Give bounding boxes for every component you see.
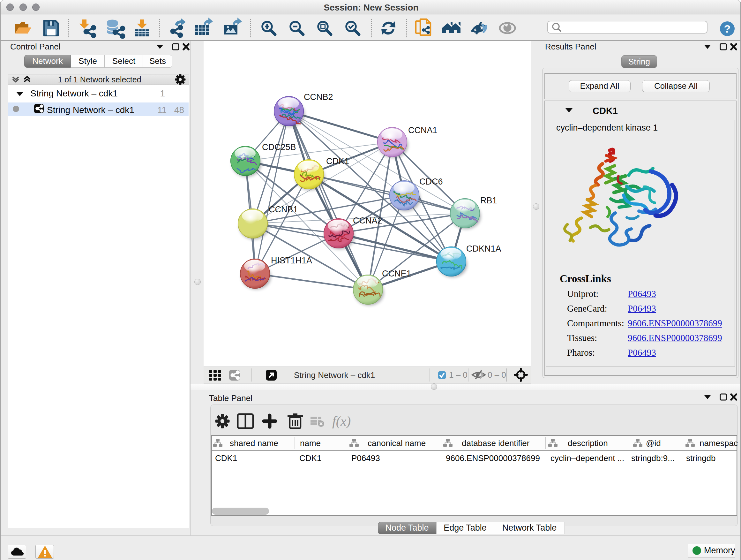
svg-text:1 – 0: 1 – 0 xyxy=(449,370,468,380)
svg-text:CCNB1: CCNB1 xyxy=(269,205,298,214)
svg-text:CDKN1A: CDKN1A xyxy=(466,244,501,253)
svg-text:0 – 0: 0 – 0 xyxy=(488,370,506,380)
svg-text:CCNB2: CCNB2 xyxy=(304,92,333,102)
svg-text:CCNE1: CCNE1 xyxy=(382,269,411,278)
svg-text:CDC25B: CDC25B xyxy=(262,142,296,152)
svg-text:RB1: RB1 xyxy=(480,196,497,205)
svg-text:CDK1: CDK1 xyxy=(326,157,349,166)
svg-text:CCNA1: CCNA1 xyxy=(408,125,437,135)
svg-text:HIST1H1A: HIST1H1A xyxy=(271,256,312,265)
svg-text:f(x): f(x) xyxy=(332,414,351,429)
svg-text:String Network – cdk1: String Network – cdk1 xyxy=(294,370,375,380)
svg-text:CCNA2: CCNA2 xyxy=(353,216,382,226)
svg-text:CDC6: CDC6 xyxy=(419,177,443,186)
svg-text:?: ? xyxy=(724,23,731,35)
